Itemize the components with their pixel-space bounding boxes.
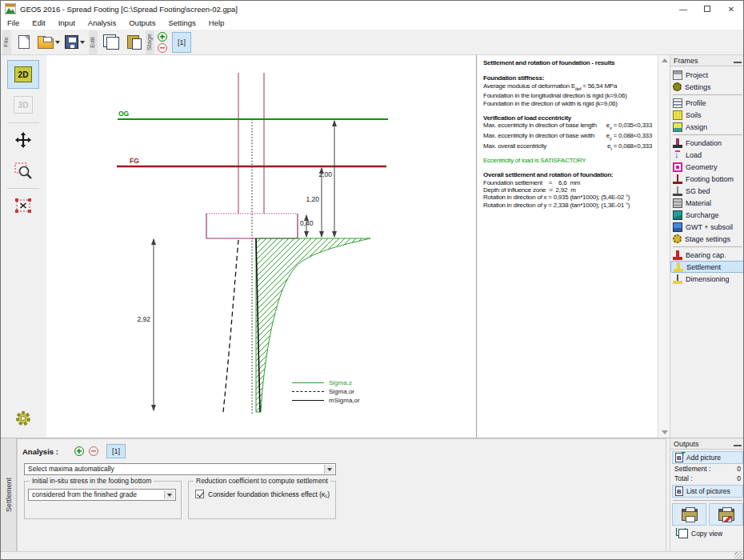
- gwt-subsoil-icon: [673, 222, 682, 232]
- maximize-button[interactable]: [695, 2, 719, 16]
- menu-analysis[interactable]: Analysis: [82, 17, 122, 30]
- window-title: GEO5 2016 - Spread Footing [C:\Spread Fo…: [20, 5, 671, 14]
- toolbar-group-file-label: File: [2, 30, 11, 54]
- sidebar-item-bearing-cap[interactable]: Bearing cap.: [670, 249, 744, 261]
- new-file-button[interactable]: [14, 31, 34, 54]
- frames-minimize-icon[interactable]: [734, 56, 742, 63]
- sidebar-item-label: Assign: [686, 123, 707, 131]
- analysis-add-button[interactable]: [74, 446, 84, 456]
- paste-button[interactable]: [122, 31, 143, 54]
- analysis-1-button[interactable]: [1]: [106, 444, 126, 458]
- sidebar-item-sg-bed[interactable]: SG bed: [670, 185, 744, 197]
- overall-heading: Overall settlement and rotation of found…: [483, 171, 652, 178]
- drawing-canvas[interactable]: OG FG 2,00 1,20 0,40: [46, 55, 477, 438]
- menu-help[interactable]: Help: [202, 17, 231, 30]
- sidebar-item-material[interactable]: Material: [670, 197, 744, 209]
- sidebar-item-foundation[interactable]: Foundation: [670, 137, 744, 149]
- sidebar-item-footing-bottom[interactable]: Footing bottom: [670, 173, 744, 185]
- gear-icon: [14, 409, 33, 428]
- sidebar-item-geometry[interactable]: Geometry: [670, 161, 744, 173]
- footing-bottom-icon: [673, 174, 682, 184]
- insitu-stress-dropdown[interactable]: considered from the finished grade: [28, 489, 176, 501]
- dim-footing-height-label: 0,40: [300, 219, 314, 227]
- new-file-icon: [18, 35, 30, 49]
- view-2d-button[interactable]: 2D: [7, 60, 39, 89]
- scroll-down-icon[interactable]: [662, 430, 668, 434]
- eccentricity-verdict: Eccentricity of load is SATISFACTORY: [483, 157, 652, 164]
- result-line: Foundation settlement = 6,6 mm: [483, 179, 652, 186]
- sidebar-item-label: Bearing cap.: [686, 251, 726, 259]
- foundation-thickness-checkbox[interactable]: [195, 490, 204, 498]
- save-file-button[interactable]: [63, 31, 86, 54]
- sidebar-item-settings[interactable]: Settings: [670, 81, 744, 93]
- bottom-tab-settlement[interactable]: Settlement: [1, 438, 17, 552]
- sidebar-item-stage-settings[interactable]: Stage settings: [670, 233, 744, 245]
- tools-separator: [7, 122, 39, 123]
- stage-add-button[interactable]: [158, 32, 167, 42]
- scroll-up-icon[interactable]: [662, 58, 668, 62]
- drawing-settings-button[interactable]: [7, 404, 39, 433]
- menu-input[interactable]: Input: [52, 17, 82, 30]
- sidebar-item-label: Load: [686, 151, 702, 159]
- copy-view-button[interactable]: Copy view: [672, 527, 743, 540]
- menu-edit[interactable]: Edit: [26, 17, 51, 30]
- sigma-or-line: [223, 240, 238, 412]
- sidebar-item-project[interactable]: Project: [670, 69, 744, 81]
- sidebar-item-settlement[interactable]: Settlement: [670, 261, 744, 273]
- printer-marked-icon: [718, 509, 734, 521]
- print-marked-button[interactable]: [709, 503, 743, 526]
- close-button[interactable]: ✕: [719, 2, 743, 16]
- sidebar-item-dimensioning[interactable]: Dimensioning: [670, 273, 744, 285]
- result-line: Depth of influence zone = 2,92 m: [483, 186, 652, 194]
- pan-button[interactable]: [7, 126, 39, 154]
- main-region: 2D 3D: [1, 55, 743, 438]
- add-picture-button[interactable]: B Add picture: [672, 451, 743, 464]
- bottom-region: Settlement Analysis : [1] Select maxima …: [1, 438, 743, 551]
- menu-outputs[interactable]: Outputs: [122, 17, 162, 30]
- printer-icon: [682, 509, 698, 521]
- minimize-button[interactable]: —: [671, 2, 695, 16]
- sidebar-item-label: Dimensioning: [686, 275, 730, 283]
- list-of-pictures-button[interactable]: B List of pictures: [672, 485, 743, 498]
- sidebar-item-gwt-subsoil[interactable]: GWT + subsoil: [670, 221, 744, 233]
- sidebar-item-label: Foundation: [686, 139, 722, 147]
- outputs-minimize-icon[interactable]: [734, 439, 742, 446]
- legend-label: Sigma,or: [329, 388, 354, 395]
- dropdown-arrow-icon[interactable]: [164, 490, 174, 499]
- sidebar-item-assign[interactable]: Assign: [670, 121, 744, 133]
- legend-row-sigma-or: Sigma,or: [292, 387, 360, 396]
- result-line: Max. eccentricity in direction of base w…: [483, 132, 652, 142]
- open-file-button[interactable]: [36, 31, 62, 54]
- fit-view-button[interactable]: [7, 191, 39, 220]
- resize-grip[interactable]: [734, 552, 742, 560]
- zoom-window-button[interactable]: [7, 156, 39, 185]
- legend-label: mSigma,or: [329, 397, 360, 404]
- view-3d-button[interactable]: 3D: [7, 90, 39, 119]
- stage-remove-button[interactable]: [158, 43, 167, 53]
- save-dropdown-arrow-icon[interactable]: [80, 41, 85, 44]
- dropdown-arrow-icon[interactable]: [324, 465, 334, 474]
- sidebar-item-label: SG bed: [686, 187, 710, 195]
- open-dropdown-arrow-icon[interactable]: [55, 41, 60, 44]
- copy-button[interactable]: [100, 31, 121, 54]
- stage-1-button[interactable]: [1]: [172, 32, 191, 53]
- maxima-dropdown[interactable]: Select maxima automatically: [24, 463, 336, 475]
- frames-panel: Frames ProjectSettingsProfileSoilsAssign…: [670, 55, 744, 438]
- print-button[interactable]: [672, 503, 706, 526]
- foundation-diagram: OG FG 2,00 1,20 0,40: [46, 55, 477, 438]
- result-line: Max. eccentricity in direction of base l…: [483, 122, 652, 132]
- analysis-remove-button[interactable]: [89, 446, 98, 456]
- sidebar-item-profile[interactable]: Profile: [670, 97, 744, 109]
- sidebar-item-surcharge[interactable]: Surcharge: [670, 209, 744, 221]
- sidebar-item-label: Profile: [686, 99, 706, 107]
- sidebar-item-soils[interactable]: Soils: [670, 109, 744, 121]
- outputs-header: Outputs: [670, 438, 744, 450]
- menu-bar: FileEditInputAnalysisOutputsSettingsHelp: [1, 17, 743, 30]
- bottom-tab-label: Settlement: [5, 478, 13, 512]
- result-line: Rotation in direction of x = 0,935 (tan*…: [483, 194, 652, 201]
- menu-settings[interactable]: Settings: [162, 17, 202, 30]
- menu-file[interactable]: File: [1, 17, 26, 30]
- results-scrollbar[interactable]: [658, 55, 670, 438]
- save-disk-icon: [65, 35, 78, 49]
- sidebar-item-load[interactable]: Load: [670, 149, 744, 161]
